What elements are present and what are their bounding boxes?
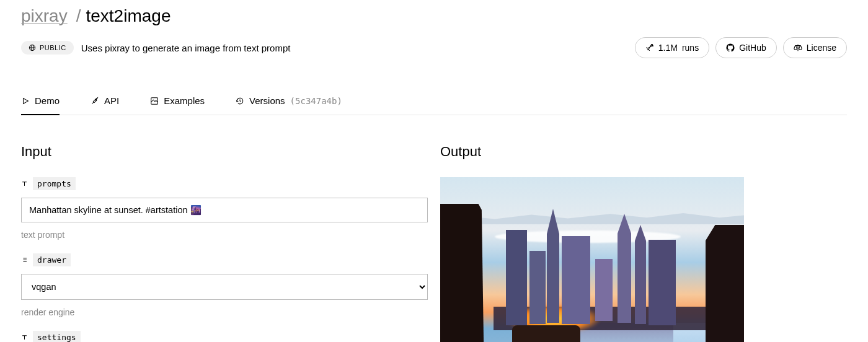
field-drawer: drawer vqgan render engine — [21, 253, 428, 317]
tab-api-label: API — [104, 95, 119, 106]
main: Input prompts text prompt drawer vqgan r… — [21, 144, 847, 342]
svg-marker-3 — [24, 98, 29, 103]
drawer-select[interactable]: vqgan — [21, 274, 428, 300]
examples-icon — [150, 97, 159, 105]
field-settings: settings — [21, 331, 428, 342]
tab-demo-label: Demo — [35, 95, 60, 106]
prompts-hint: text prompt — [21, 230, 428, 240]
github-label: GitHub — [739, 43, 766, 53]
text-icon — [21, 180, 28, 187]
breadcrumb-owner[interactable]: pixray — [21, 6, 68, 26]
field-prompts-label-row: prompts — [21, 177, 428, 190]
text-icon — [21, 334, 28, 341]
tab-examples[interactable]: Examples — [150, 89, 205, 115]
license-label: License — [807, 43, 836, 53]
list-icon — [21, 256, 28, 263]
prompts-input[interactable] — [21, 198, 428, 222]
header-right: 1.1M runs GitHub License — [635, 37, 847, 58]
history-icon — [236, 97, 244, 105]
tab-demo[interactable]: Demo — [21, 89, 60, 115]
tab-versions-label: Versions — [249, 95, 285, 106]
header-row: PUBLIC Uses pixray to generate an image … — [21, 37, 847, 58]
field-drawer-name: drawer — [33, 253, 71, 266]
tab-versions-hash: (5c347a4b) — [290, 96, 342, 106]
header-left: PUBLIC Uses pixray to generate an image … — [21, 41, 290, 55]
breadcrumb-name: text2image — [86, 6, 170, 26]
field-prompts: prompts text prompt — [21, 177, 428, 240]
output-image — [440, 177, 744, 342]
input-column: Input prompts text prompt drawer vqgan r… — [21, 144, 428, 342]
output-column: Output — [440, 144, 847, 342]
drawer-hint: render engine — [21, 307, 428, 317]
license-icon — [794, 43, 802, 52]
globe-icon — [29, 44, 36, 51]
visibility-badge: PUBLIC — [21, 41, 74, 55]
tab-examples-label: Examples — [164, 95, 205, 106]
runs-count: 1.1M — [658, 43, 678, 53]
model-description: Uses pixray to generate an image from te… — [81, 43, 291, 53]
tab-versions[interactable]: Versions (5c347a4b) — [236, 89, 342, 115]
breadcrumb-separator: / — [76, 6, 81, 26]
field-settings-label-row: settings — [21, 331, 428, 342]
field-prompts-name: prompts — [33, 177, 76, 190]
runs-suffix: runs — [682, 43, 699, 53]
tabs: Demo API Examples Versions (5c347a4b) — [21, 89, 847, 115]
rocket-icon — [645, 43, 654, 52]
tab-api[interactable]: API — [91, 89, 119, 115]
license-button[interactable]: License — [783, 37, 847, 58]
github-icon — [726, 43, 735, 52]
field-drawer-label-row: drawer — [21, 253, 428, 266]
runs-pill[interactable]: 1.1M runs — [635, 37, 709, 58]
field-settings-name: settings — [33, 331, 81, 342]
breadcrumb: pixray / text2image — [21, 6, 847, 26]
svg-point-4 — [95, 99, 97, 100]
rocket-icon — [91, 97, 99, 105]
github-button[interactable]: GitHub — [715, 37, 777, 58]
output-title: Output — [440, 144, 847, 160]
input-title: Input — [21, 144, 428, 160]
visibility-badge-label: PUBLIC — [40, 44, 66, 51]
play-icon — [21, 97, 30, 105]
